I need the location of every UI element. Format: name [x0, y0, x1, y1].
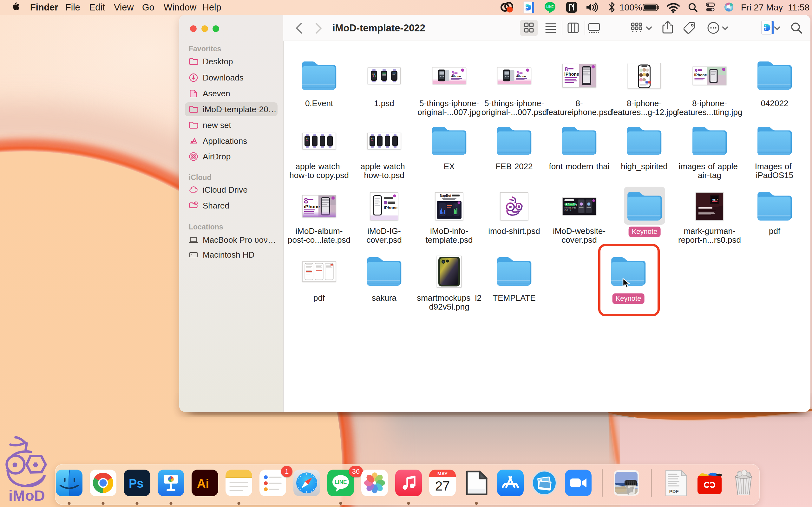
svg-text:iPhone, iPad: iPhone, iPad — [565, 207, 576, 209]
svg-text:27: 27 — [435, 478, 450, 493]
svg-text:LINE: LINE — [547, 5, 554, 9]
svg-text:iPhone: iPhone — [451, 75, 461, 78]
svg-text:NapBot: NapBot — [440, 194, 451, 198]
svg-text:iPhone: iPhone — [304, 204, 320, 209]
svg-text:98.7: 98.7 — [712, 198, 718, 201]
svg-text:iPhone: iPhone — [384, 205, 397, 210]
svg-text:iMoD: iMoD — [9, 487, 45, 504]
svg-text:iPhone: iPhone — [694, 73, 707, 77]
svg-text:MAY: MAY — [438, 471, 448, 476]
svg-text:iOS 15: iOS 15 — [565, 209, 571, 211]
svg-text:iPhone: iPhone — [564, 72, 579, 77]
svg-text:8: 8 — [695, 68, 697, 73]
svg-text:iPhone: iPhone — [516, 75, 526, 78]
svg-text:Ps: Ps — [129, 477, 143, 490]
svg-text:PDF: PDF — [669, 489, 679, 494]
svg-text:LINE: LINE — [335, 479, 347, 485]
svg-text:Ai: Ai — [197, 477, 209, 490]
svg-text:SharePlay: SharePlay — [568, 203, 577, 206]
